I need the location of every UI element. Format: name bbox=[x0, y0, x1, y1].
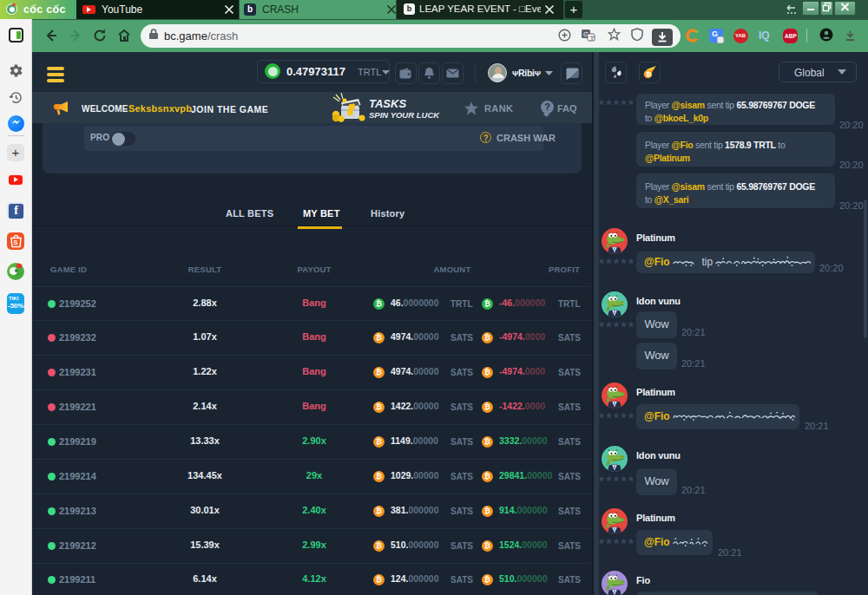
svg-text:₿: ₿ bbox=[646, 70, 652, 78]
svg-text:文: 文 bbox=[589, 35, 595, 41]
svg-text:S: S bbox=[14, 239, 18, 246]
